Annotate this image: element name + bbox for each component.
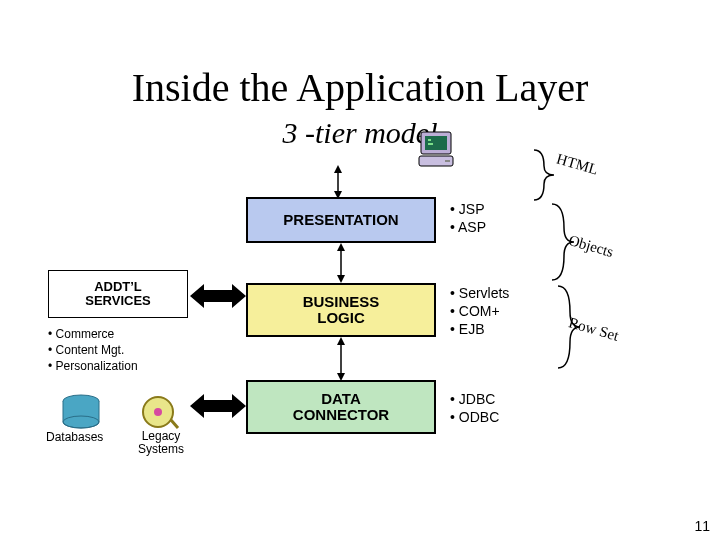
svg-marker-13 xyxy=(337,337,345,345)
addtl-services-list: Commerce Content Mgt. Personalization xyxy=(48,326,138,375)
databases-label: Databases xyxy=(46,430,103,444)
svg-rect-3 xyxy=(428,143,433,145)
presentation-tech-list: JSP ASP xyxy=(450,200,486,236)
slide-canvas: { "title": "Inside the Application Layer… xyxy=(0,0,720,540)
data-tier-box: DATA CONNECTOR xyxy=(246,380,436,434)
list-item: ASP xyxy=(450,218,486,236)
list-item: Content Mgt. xyxy=(48,342,138,358)
svg-marker-15 xyxy=(190,284,246,308)
page-subtitle: 3 -tier model xyxy=(0,116,720,150)
addtl-services-box: ADDT’L SERVICES xyxy=(48,270,188,318)
arrow-stores-to-data xyxy=(190,392,246,424)
computer-icon xyxy=(415,130,459,174)
data-tier-label: DATA CONNECTOR xyxy=(293,391,389,424)
page-title: Inside the Application Layer xyxy=(0,64,720,111)
svg-marker-7 xyxy=(334,165,342,173)
list-item: Commerce xyxy=(48,326,138,342)
presentation-tier-box: PRESENTATION xyxy=(246,197,436,243)
svg-point-19 xyxy=(154,408,162,416)
data-tech-list: JDBC ODBC xyxy=(450,390,499,426)
svg-marker-14 xyxy=(337,373,345,381)
arrow-addtl-to-business xyxy=(190,282,246,314)
slide-number: 11 xyxy=(694,518,710,534)
list-item: JDBC xyxy=(450,390,499,408)
legacy-systems-label: Legacy Systems xyxy=(128,430,194,456)
list-item: EJB xyxy=(450,320,509,338)
business-tech-list: Servlets COM+ EJB xyxy=(450,284,509,339)
presentation-tier-label: PRESENTATION xyxy=(283,212,398,229)
list-item: Personalization xyxy=(48,358,138,374)
list-item: ODBC xyxy=(450,408,499,426)
svg-marker-10 xyxy=(337,243,345,251)
svg-rect-5 xyxy=(445,160,450,162)
addtl-services-label: ADDT’L SERVICES xyxy=(85,280,151,309)
svg-rect-2 xyxy=(428,139,431,141)
business-tier-box: BUSINESS LOGIC xyxy=(246,283,436,337)
list-item: COM+ xyxy=(450,302,509,320)
svg-marker-20 xyxy=(190,394,246,418)
svg-marker-11 xyxy=(337,275,345,283)
list-item: JSP xyxy=(450,200,486,218)
business-tier-label: BUSINESS LOGIC xyxy=(303,294,380,327)
arrow-pres-to-biz xyxy=(333,243,349,287)
arrow-biz-to-data xyxy=(333,337,349,385)
list-item: Servlets xyxy=(450,284,509,302)
